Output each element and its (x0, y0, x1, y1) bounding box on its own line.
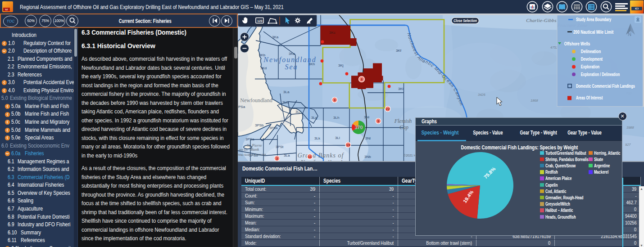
svg-text:19: 19 (346, 143, 350, 147)
svg-text:927: 927 (625, 143, 631, 147)
svg-text:370: 370 (355, 125, 363, 130)
svg-text:11: 11 (308, 155, 312, 159)
svg-text:3Ll: 3Ll (335, 136, 340, 140)
svg-text:Grand Banks of: Grand Banks of (298, 152, 345, 159)
svg-text:165 km: 165 km (239, 148, 248, 151)
svg-text:3PSt: 3PSt (276, 145, 284, 149)
svg-text:Delineation: Delineation (581, 49, 601, 54)
svg-text:Exploration / Delineation: Exploration / Delineation (581, 72, 620, 77)
svg-text:8: 8 (361, 77, 363, 81)
svg-text:Newfoundland: Newfoundland (240, 97, 272, 103)
svg-text:3988: 3988 (626, 126, 635, 130)
svg-text:3Kd: 3Kd (260, 66, 267, 70)
svg-text:Exploration: Exploration (581, 64, 600, 69)
svg-text:Bank: Bank (251, 147, 259, 152)
svg-text:3Kb: 3Kb (259, 53, 266, 57)
svg-text:Cap: Cap (399, 124, 408, 130)
svg-text:3PSb: 3PSb (255, 123, 264, 127)
svg-text:3PSk: 3PSk (269, 126, 278, 130)
svg-text:Close Selection: Close Selection (454, 18, 477, 23)
svg-text:3Kf: 3Kf (396, 49, 402, 53)
svg-text:3Nb: 3Nb (364, 155, 371, 159)
svg-text:1868: 1868 (531, 99, 539, 103)
svg-text:9: 9 (377, 119, 380, 123)
svg-text:3Lh: 3Lh (333, 116, 339, 120)
svg-text:3Lj: 3Lj (295, 110, 300, 114)
svg-text:3La: 3La (284, 153, 290, 157)
svg-text:3PSa: 3PSa (245, 137, 254, 141)
svg-text:3: 3 (334, 98, 336, 102)
svg-text:3Lb: 3Lb (282, 100, 289, 104)
svg-text:3: 3 (276, 157, 278, 161)
svg-text:3Lg: 3Lg (311, 116, 317, 120)
svg-text:Domestic Commercial Fish Landi: Domestic Commercial Fish Landings (576, 83, 635, 89)
svg-text:3Kc: 3Kc (329, 31, 336, 35)
svg-text:Development: Development (581, 56, 603, 62)
svg-text:22: 22 (386, 107, 390, 111)
svg-text:Sea: Sea (285, 63, 298, 71)
svg-text:Charlie-Gibbs: Charlie-Gibbs (526, 18, 556, 23)
svg-text:3Lk: 3Lk (314, 136, 321, 140)
svg-text:N: N (628, 31, 631, 37)
svg-text:Areas Of Interest: Areas Of Interest (576, 95, 603, 100)
svg-text:3Kj: 3Kj (338, 63, 344, 67)
svg-text:3La: 3La (283, 90, 290, 94)
svg-text:3Ni: 3Ni (364, 115, 369, 119)
svg-text:123: 123 (257, 19, 263, 22)
svg-text:Study Area Boundary: Study Area Boundary (576, 17, 612, 22)
svg-text:Map Scale 1:4,513,988: Map Scale 1:4,513,988 (238, 153, 266, 156)
svg-text:Offshore Wells: Offshore Wells (564, 41, 590, 46)
svg-text:3Nl: 3Nl (365, 136, 371, 140)
svg-text:3Kl: 3Kl (398, 87, 404, 91)
svg-text:3Kh: 3Kh (308, 62, 315, 66)
svg-text:3Ka: 3Ka (272, 35, 279, 39)
svg-text:200 Nautical Mile Limit: 200 Nautical Mile Limit (573, 29, 614, 35)
svg-text:3Ke: 3Ke (289, 52, 295, 56)
svg-text:PSa: PSa (238, 105, 245, 109)
svg-text:3426: 3426 (478, 93, 486, 97)
svg-text:Flemish: Flemish (394, 118, 412, 124)
